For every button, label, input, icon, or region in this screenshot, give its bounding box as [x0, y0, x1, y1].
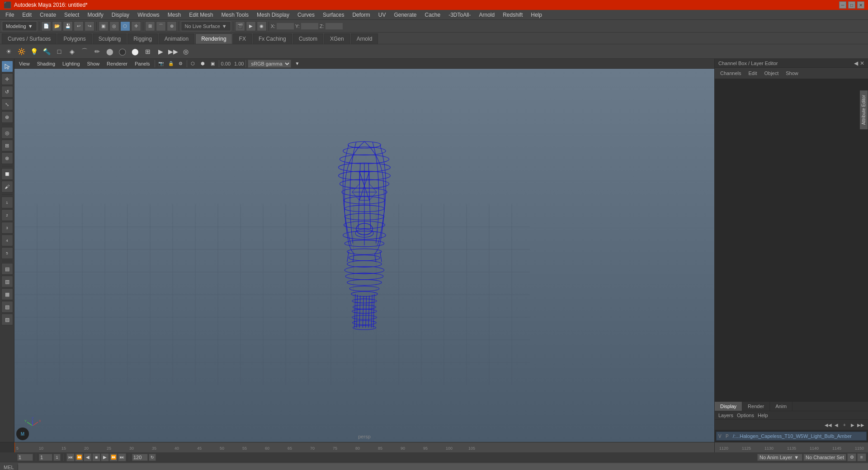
ipr-button[interactable]: ◉: [257, 21, 267, 31]
vp-lock-icon[interactable]: 🔒: [167, 60, 175, 68]
vp-camera-icon[interactable]: 📷: [157, 60, 165, 68]
settings-btn[interactable]: ⚙: [847, 453, 856, 461]
rotate-tool[interactable]: ↺: [1, 86, 13, 98]
menu-mesh[interactable]: Mesh: [164, 11, 184, 19]
shelf-white-sphere-icon[interactable]: ⬤: [129, 46, 141, 57]
display-mode-1[interactable]: 1: [1, 197, 13, 208]
layer-tool-4[interactable]: ▧: [1, 301, 13, 313]
play-end-btn[interactable]: ⏭: [118, 453, 126, 461]
disp-tab-display[interactable]: Display: [715, 402, 742, 411]
layers-menu-help[interactable]: Help: [758, 413, 768, 418]
vp-textured-icon[interactable]: ▣: [209, 60, 217, 68]
attribute-editor-tab[interactable]: Attribute Editor: [860, 90, 868, 129]
layer-playback[interactable]: P: [726, 434, 731, 439]
select-tool[interactable]: [1, 61, 13, 72]
universal-tool[interactable]: ⊕: [1, 111, 13, 123]
display-mode-2[interactable]: 2: [1, 209, 13, 221]
layer-next-next-btn[interactable]: ▶▶: [857, 421, 864, 428]
layer-tool-3[interactable]: ▦: [1, 288, 13, 300]
end-frame-input[interactable]: [132, 454, 148, 461]
rp-close-icon[interactable]: ✕: [860, 60, 864, 66]
play-begin-btn[interactable]: ⏮: [66, 453, 75, 461]
workspace-selector[interactable]: Modeling ▼: [2, 21, 37, 31]
disp-tab-render[interactable]: Render: [742, 402, 770, 411]
render-settings-button[interactable]: 🎬: [235, 21, 245, 31]
menu-3dtoall[interactable]: -3DToAll-: [445, 11, 474, 19]
menu-help[interactable]: Help: [527, 11, 546, 19]
tab-curves-surfaces[interactable]: Curves / Surfaces: [2, 33, 57, 44]
timeline-track[interactable]: 5 10 15 20 25 30 35 40 45 50 55 60 65 70…: [14, 442, 714, 452]
snap-grid-button[interactable]: ⊞: [145, 21, 155, 31]
menu-deform[interactable]: Deform: [349, 11, 373, 19]
viewport-menu-panels[interactable]: Panels: [132, 60, 153, 67]
menu-arnold[interactable]: Arnold: [476, 11, 499, 19]
layer-create-btn[interactable]: +: [841, 421, 848, 428]
layers-menu-layers[interactable]: Layers: [718, 413, 733, 418]
tab-xgen[interactable]: XGen: [324, 33, 350, 44]
rp-tab-channels[interactable]: Channels: [718, 70, 743, 77]
maximize-button[interactable]: □: [848, 1, 855, 9]
vp-settings-icon[interactable]: ⚙: [177, 60, 185, 68]
menu-display[interactable]: Display: [108, 11, 133, 19]
shelf-volume-light-icon[interactable]: ◈: [66, 46, 78, 57]
more-options-btn[interactable]: ≡: [857, 453, 866, 461]
prev-frame-btn[interactable]: ⏪: [75, 453, 83, 461]
loop-indicator[interactable]: ↻: [149, 454, 156, 461]
menu-redshift[interactable]: Redshift: [499, 11, 526, 19]
shelf-dark-sphere-icon[interactable]: ⬤: [117, 46, 128, 57]
layer-tool-5[interactable]: ▨: [1, 314, 13, 325]
viewport-menu-lighting[interactable]: Lighting: [60, 60, 83, 67]
shelf-sphere-icon[interactable]: ⬤: [104, 46, 116, 57]
frame-range-box[interactable]: 1: [53, 454, 61, 461]
open-file-button[interactable]: 📂: [52, 21, 62, 31]
tab-custom[interactable]: Custom: [293, 33, 323, 44]
tab-animation[interactable]: Animation: [159, 33, 194, 44]
gamma-selector[interactable]: sRGB gamma: [248, 60, 291, 68]
rp-tab-show[interactable]: Show: [784, 70, 800, 77]
redo-button[interactable]: ↪: [85, 21, 94, 31]
shelf-target-icon[interactable]: ◎: [180, 46, 192, 57]
menu-uv[interactable]: UV: [375, 11, 390, 19]
viewport-menu-view[interactable]: View: [16, 60, 33, 67]
menu-generate[interactable]: Generate: [390, 11, 420, 19]
vp-wireframe-icon[interactable]: ⬡: [189, 60, 197, 68]
play-back-btn[interactable]: ◀: [84, 453, 92, 461]
tab-sculpting[interactable]: Sculpting: [93, 33, 127, 44]
close-button[interactable]: ✕: [857, 1, 864, 9]
anim-layer-selector[interactable]: No Anim Layer ▼: [757, 454, 802, 461]
layer-tool-1[interactable]: ▤: [1, 263, 13, 275]
layer-prev-btn[interactable]: ◀: [833, 421, 840, 428]
tab-fx-caching[interactable]: Fx Caching: [253, 33, 292, 44]
disp-tab-anim[interactable]: Anim: [770, 402, 793, 411]
menu-file[interactable]: File: [2, 11, 18, 19]
menu-mesh-display[interactable]: Mesh Display: [253, 11, 293, 19]
viewport-menu-renderer[interactable]: Renderer: [104, 60, 130, 67]
scale-tool[interactable]: ⤡: [1, 99, 13, 110]
rp-tab-edit[interactable]: Edit: [746, 70, 759, 77]
undo-button[interactable]: ↩: [74, 21, 84, 31]
display-mode-3[interactable]: 3: [1, 222, 13, 234]
save-file-button[interactable]: 💾: [63, 21, 73, 31]
display-mode-4[interactable]: 4: [1, 235, 13, 246]
soft-select-tool[interactable]: ◎: [1, 127, 13, 139]
layer-tool-2[interactable]: ▥: [1, 276, 13, 287]
shelf-curve-icon[interactable]: ⌒: [79, 46, 90, 57]
next-frame-btn[interactable]: ⏩: [109, 453, 118, 461]
menu-modify[interactable]: Modify: [84, 11, 107, 19]
pivot-tool[interactable]: ⊗: [1, 152, 13, 164]
shelf-dir-light-icon[interactable]: 🔆: [15, 46, 27, 57]
select-tool-button[interactable]: ▣: [99, 21, 108, 31]
tab-rigging[interactable]: Rigging: [127, 33, 158, 44]
viewport-menu-show[interactable]: Show: [85, 60, 103, 67]
shelf-render2-icon[interactable]: ▶▶: [167, 46, 179, 57]
vp-solid-icon[interactable]: ⬢: [199, 60, 207, 68]
viewport-canvas[interactable]: persp X Y Z M: [14, 69, 714, 442]
lasso-select-button[interactable]: ◎: [109, 21, 119, 31]
no-live-surface-indicator[interactable]: No Live Surface ▼: [181, 21, 231, 31]
menu-edit-mesh[interactable]: Edit Mesh: [185, 11, 217, 19]
rp-collapse-icon[interactable]: ◀: [854, 60, 858, 66]
vp-gamma-arrow[interactable]: ▼: [293, 60, 301, 68]
start-frame-input[interactable]: [39, 454, 52, 461]
rp-tab-object[interactable]: Object: [762, 70, 780, 77]
y-input[interactable]: [301, 23, 319, 30]
